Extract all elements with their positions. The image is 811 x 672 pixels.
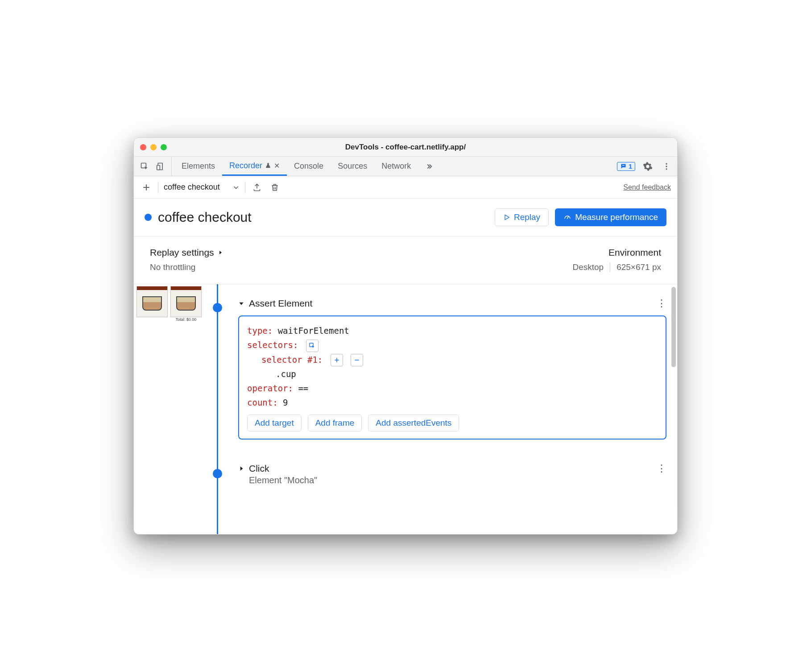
prop-key: type: [247, 326, 268, 336]
thumbnail[interactable]: [137, 286, 168, 323]
svg-point-5: [666, 166, 667, 167]
timeline-node: [213, 303, 222, 312]
window-minimize-button[interactable]: [150, 144, 157, 150]
add-selector-button[interactable]: [331, 354, 343, 366]
titlebar: DevTools - coffee-cart.netlify.app/: [134, 138, 677, 157]
step-menu-button[interactable]: ⋮: [657, 298, 666, 309]
send-feedback-link[interactable]: Send feedback: [623, 183, 671, 191]
svg-rect-2: [157, 165, 160, 170]
replay-button[interactable]: Replay: [495, 208, 549, 226]
remove-selector-button[interactable]: [351, 354, 363, 366]
settings-row: Replay settings No throttling Environmen…: [134, 236, 677, 284]
svg-rect-3: [622, 165, 625, 166]
gauge-icon: [563, 213, 571, 221]
window-close-button[interactable]: [140, 144, 146, 150]
environment-label: Environment: [572, 247, 661, 258]
throttling-value: No throttling: [150, 262, 223, 272]
screenshot-thumbnails: Total: $0.00: [134, 284, 207, 534]
recording-selector[interactable]: coffee checkout: [164, 183, 240, 192]
prop-value[interactable]: waitForElement: [278, 326, 349, 336]
recording-name: coffee checkout: [164, 183, 220, 192]
step-title[interactable]: Click: [249, 463, 269, 474]
steps-timeline: Assert Element ⋮ type: waitForElement se…: [207, 284, 677, 534]
chevron-double-right-icon: [425, 162, 433, 170]
kebab-menu-icon[interactable]: [660, 160, 673, 173]
play-icon: [503, 214, 510, 221]
window-title: DevTools - coffee-cart.netlify.app/: [134, 143, 677, 152]
scrollbar-thumb[interactable]: [671, 287, 676, 367]
settings-gear-icon[interactable]: [641, 160, 654, 173]
timeline-line: [217, 284, 218, 534]
flask-icon: [265, 162, 271, 169]
delete-button[interactable]: [269, 181, 281, 194]
separator: [610, 262, 610, 272]
prop-key: count: [247, 398, 273, 407]
prop-key: selector #1: [261, 355, 318, 365]
step-subtitle: Element "Mocha": [249, 475, 666, 485]
separator: [245, 182, 245, 193]
svg-point-7: [567, 218, 568, 219]
export-button[interactable]: [251, 181, 263, 194]
traffic-lights: [140, 144, 167, 150]
step-title[interactable]: Assert Element: [249, 298, 312, 309]
add-frame-button[interactable]: Add frame: [308, 415, 362, 431]
close-tab-icon[interactable]: ✕: [274, 162, 280, 170]
separator: [158, 182, 158, 193]
prop-value[interactable]: ==: [298, 383, 308, 393]
chevron-right-icon: [218, 250, 223, 255]
thumbnail[interactable]: Total: $0.00: [170, 286, 202, 323]
recorder-toolbar: coffee checkout Send feedback: [134, 176, 677, 199]
svg-point-4: [666, 163, 667, 164]
prop-key: selectors: [247, 340, 293, 350]
prop-key: operator: [247, 383, 288, 393]
message-icon: [620, 163, 627, 170]
dimensions-value: 625×671 px: [617, 262, 661, 272]
recording-indicator: [145, 214, 152, 221]
thumbnail-total-label: Total: $0.00: [176, 317, 197, 322]
new-recording-button[interactable]: [140, 181, 153, 194]
tab-network[interactable]: Network: [374, 157, 418, 176]
step-click: Click ⋮ Element "Mocha": [225, 447, 677, 493]
panel-tabbar: Elements Recorder ✕ Console Sources Netw…: [134, 157, 677, 176]
tab-overflow[interactable]: [418, 157, 440, 176]
device-value: Desktop: [572, 262, 604, 272]
selector-value[interactable]: .cup: [276, 369, 296, 379]
tab-sources[interactable]: Sources: [331, 157, 374, 176]
recording-title: coffee checkout: [158, 210, 252, 225]
device-toolbar-icon[interactable]: [154, 160, 167, 173]
step-detail-box: type: waitForElement selectors: selector…: [238, 315, 666, 440]
measure-performance-button[interactable]: Measure performance: [555, 208, 666, 226]
chevron-down-icon[interactable]: [238, 300, 244, 307]
timeline-node: [213, 469, 222, 478]
prop-value[interactable]: 9: [283, 398, 288, 407]
window-maximize-button[interactable]: [161, 144, 167, 150]
tab-console[interactable]: Console: [287, 157, 331, 176]
chevron-right-icon[interactable]: [238, 465, 244, 472]
replay-settings-toggle[interactable]: Replay settings: [150, 247, 223, 258]
tab-recorder[interactable]: Recorder ✕: [222, 157, 287, 176]
recording-header: coffee checkout Replay Measure performan…: [134, 199, 677, 236]
step-menu-button[interactable]: ⋮: [657, 463, 666, 474]
add-target-button[interactable]: Add target: [247, 415, 302, 431]
steps-content: Total: $0.00 Assert Element ⋮ type: wait…: [134, 284, 677, 534]
add-asserted-events-button[interactable]: Add assertedEvents: [368, 415, 459, 431]
tab-elements[interactable]: Elements: [174, 157, 222, 176]
step-assert-element: Assert Element ⋮ type: waitForElement se…: [225, 284, 677, 447]
inspect-element-icon[interactable]: [138, 160, 151, 173]
issues-count: 1: [629, 163, 632, 170]
chevron-down-icon: [232, 184, 240, 191]
pick-selector-button[interactable]: [306, 340, 319, 352]
svg-point-6: [666, 168, 667, 170]
issues-chip[interactable]: 1: [617, 162, 635, 171]
devtools-window: DevTools - coffee-cart.netlify.app/ Elem…: [133, 137, 678, 535]
